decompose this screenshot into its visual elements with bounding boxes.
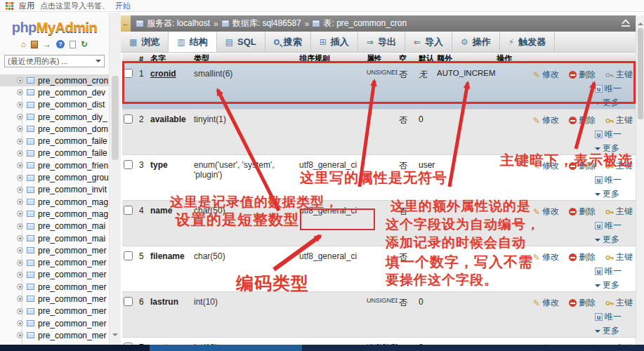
expand-icon[interactable] [17,284,23,290]
apps-label[interactable]: 应用 [19,1,34,11]
scrollbar-thumb[interactable] [638,28,643,119]
more-link[interactable]: 更多 [595,188,619,200]
more-link[interactable]: 更多 [595,97,619,109]
expand-icon[interactable] [17,126,23,132]
expand-icon[interactable] [17,89,23,95]
expand-icon[interactable] [17,138,23,145]
more-link[interactable]: 更多 [595,143,619,154]
toggle-nav-button[interactable]: ← [121,15,131,32]
sidebar-item-table[interactable]: pre_common_diy_ [0,111,109,123]
sidebar-item-table[interactable]: pre_common_dist [0,99,109,111]
edit-link[interactable]: ✎修改 [533,251,559,263]
import-start-link[interactable]: 开始 [115,1,131,11]
tab-browse[interactable]: ▦浏览 [121,32,169,52]
expand-icon[interactable] [17,235,23,241]
tab-search[interactable]: 搜索 [265,32,311,52]
expand-icon[interactable] [17,260,23,266]
drop-link[interactable]: 删除 [569,114,596,126]
unique-link[interactable]: u唯一 [595,174,622,186]
tab-import[interactable]: ⇐导入 [405,32,452,52]
edit-link[interactable]: ✎修改 [533,114,559,126]
primary-key-link[interactable]: 主键 [605,206,633,218]
sidebar-item-table[interactable]: pre_common_grou [0,171,109,183]
unique-link[interactable]: u唯一 [595,265,622,277]
row-checkbox[interactable] [124,114,133,124]
sidebar-scrollbar[interactable] [109,13,121,345]
sidebar-item-table[interactable]: pre_common_mer [0,281,109,293]
collapse-console-icon[interactable] [622,20,630,27]
expand-icon[interactable] [17,211,23,217]
row-checkbox[interactable] [124,251,133,260]
row-checkbox[interactable] [124,160,133,169]
expand-icon[interactable] [17,247,23,253]
sidebar-item-table[interactable]: pre_common_mer [0,293,109,305]
unique-link[interactable]: u唯一 [595,128,622,140]
field-name[interactable]: cronid [150,69,176,79]
help-icon[interactable]: ? [56,40,65,48]
sidebar-item-table[interactable]: pre_common_faile [0,147,109,159]
docs-icon[interactable] [70,41,76,48]
primary-key-link[interactable]: 主键 [605,297,633,309]
primary-key-link[interactable]: 主键 [605,160,633,172]
breadcrumb-server[interactable]: 服务器: localhost [147,18,210,29]
expand-icon[interactable] [17,102,23,108]
scroll-down-icon[interactable] [112,333,118,339]
expand-icon[interactable] [17,150,23,157]
sidebar-item-table[interactable]: pre_common_mai [0,232,109,244]
tab-operations[interactable]: ⚙操作 [452,32,500,52]
sidebar-item-table[interactable]: pre_common_mer [0,305,109,317]
sidebar-item-table[interactable]: pre_common_mer [0,329,109,341]
primary-key-link[interactable]: 主键 [605,251,633,263]
sidebar-item-table[interactable]: pre_common_mer [0,256,109,268]
refresh-icon[interactable]: ↻ [81,40,88,48]
sidebar-item-table[interactable]: pre_common_mag [0,196,109,208]
expand-icon[interactable] [17,175,23,181]
sidebar-item-table[interactable]: pre_common_mer [0,269,109,281]
home-icon[interactable]: ⌂ [21,40,26,48]
query-window-icon[interactable]: → [43,40,51,48]
taskbar-app-button[interactable] [150,345,302,351]
expand-icon[interactable] [17,272,23,278]
sidebar-item-table[interactable]: pre_common_dom [0,123,109,135]
more-link[interactable]: 更多 [595,325,619,337]
expand-icon[interactable] [17,332,23,338]
taskbar-start-region[interactable] [0,345,150,351]
sidebar-item-table[interactable]: pre_common_frien [0,159,109,171]
row-checkbox[interactable] [124,206,133,215]
tab-structure[interactable]: ▥结构 [169,32,216,52]
sidebar-item-pre_common_cron[interactable]: pre_common_cron [0,74,109,86]
drop-link[interactable]: 删除 [569,297,596,309]
unique-link[interactable]: u唯一 [595,220,622,232]
expand-icon[interactable] [17,199,23,205]
sidebar-item-table[interactable]: pre_common_mai [0,220,109,232]
primary-key-link[interactable]: 主键 [605,114,633,126]
main-scrollbar[interactable] [636,15,644,345]
more-link[interactable]: 更多 [595,234,619,246]
unique-link[interactable]: u唯一 [595,311,622,323]
breadcrumb-table[interactable]: 表: pre_common_cron [323,18,407,29]
sidebar-item-table[interactable]: pre_common_dev [0,86,109,98]
sidebar-item-table[interactable]: pre_common_faile [0,135,109,147]
expand-icon[interactable] [17,296,23,302]
tab-insert[interactable]: ⊞插入 [311,32,358,52]
edit-link[interactable]: ✎修改 [533,297,559,309]
more-link[interactable]: 更多 [595,279,619,291]
expand-icon[interactable] [17,308,23,314]
row-checkbox[interactable] [124,297,133,306]
drop-link[interactable]: 删除 [569,206,596,218]
tab-export[interactable]: ⇒导出 [358,32,405,52]
scroll-up-icon[interactable] [638,20,643,25]
drop-link[interactable]: 删除 [569,69,596,81]
recent-tables-select[interactable]: (最近使用的表) ... [4,55,105,67]
expand-icon[interactable] [17,114,23,120]
sidebar-item-table[interactable]: pre_common_mer [0,317,109,329]
drop-link[interactable]: 删除 [569,251,596,263]
breadcrumb-database[interactable]: 数据库: sql486587 [232,18,301,29]
drop-link[interactable]: 删除 [569,160,596,172]
sidebar-item-table[interactable]: pre_common_mer [0,244,109,256]
row-checkbox[interactable] [124,69,133,78]
edit-link[interactable]: ✎修改 [533,160,559,172]
sidebar-item-table[interactable]: pre_common_invit [0,184,109,196]
expand-icon[interactable] [17,320,23,326]
expand-icon[interactable] [17,162,23,168]
